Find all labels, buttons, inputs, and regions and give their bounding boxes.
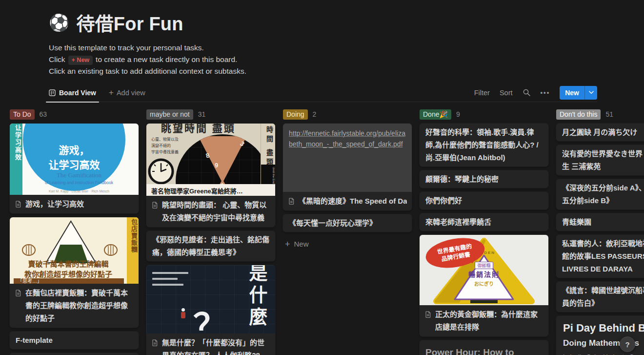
page-description: Use this template to track your personal… — [49, 42, 597, 77]
column-header[interactable]: Done🎉 9 — [420, 109, 548, 120]
plus-icon: + — [285, 241, 290, 248]
task-card[interactable]: 《深夜的五分前side A》、《深夜的五分前side B》 — [556, 179, 644, 209]
card-title: 正太的黃金御飯糰：為什麼這家店總是在排隊 — [435, 308, 543, 334]
task-card[interactable]: 來韓老師這裡學饒舌 — [420, 213, 548, 231]
column-header[interactable]: Doing 2 — [283, 109, 412, 120]
board-column-dont-do-this: Don't do this 51 月之圓缺 月の満ち欠け 沒有愛的世界愛なき世界… — [556, 109, 644, 355]
page-icon — [151, 201, 159, 209]
card-title: 在麵包店裡賣飯糰：賣破千萬本書的王牌編輯教你創造超乎想像的好點子 — [25, 287, 134, 325]
description-line-1: Use this template to track your personal… — [49, 42, 597, 53]
task-card[interactable]: 《邪惡的見證者：走出過往、銘記傷痛，德國的轉型正義思考》 — [146, 231, 275, 261]
board-column-maybe-or-not: maybe or not 31 眺望時間 盡頭 心靈、物質以及 演變不絕的 宇宙… — [146, 109, 275, 355]
column-status-badge[interactable]: To Do — [10, 109, 35, 120]
task-card[interactable]: 你們你們好 — [420, 192, 548, 209]
page-icon — [15, 200, 22, 208]
column-count: 31 — [198, 110, 206, 118]
book-cover-nothingness: 是什麼 ？ — [146, 265, 275, 334]
bookmark-url[interactable]: http://fennetic.fairlystable.org/pub/eli… — [289, 128, 406, 149]
onigiri-illustration — [43, 219, 98, 264]
figure-silhouette — [181, 308, 185, 319]
task-card[interactable]: 私運書的人：敘利亞戰地祕密圖書館的故事LES PASSEURS DE LIVRE… — [556, 235, 644, 278]
chevron-down-icon[interactable] — [585, 86, 597, 100]
new-chip: + New — [68, 56, 93, 65]
bread-icon — [103, 244, 118, 256]
task-card[interactable]: 月之圓缺 月の満ち欠け — [556, 124, 644, 141]
soccer-ball-icon: ⚽ — [49, 12, 69, 33]
column-count: 9 — [456, 110, 460, 118]
page-header: ⚽ 待借For Fun Use this template to track y… — [0, 0, 644, 77]
column-count: 51 — [605, 110, 613, 118]
kanban-board: To Do 63 让学习高效 游戏， 让学习高效 The Gamificatio… — [0, 102, 644, 355]
task-card[interactable]: F-template — [10, 332, 139, 349]
book-cover-hourglass: 眺望時間 盡頭 心靈、物質以及 演變不絕的 宇宙中尋找意義 3 8 9 7 4 … — [146, 124, 275, 196]
sort-button[interactable]: Sort — [500, 89, 513, 97]
column-status-badge[interactable]: Don't do this — [556, 109, 601, 120]
book-cover-golden-onigiri: GOLDEN 御飯糰 暢銷法則 おにぎり 世界最有趣的 品牌行銷書 — [420, 235, 548, 305]
card-title: 《黑暗的速度》The Speed of Dark — [299, 195, 407, 208]
page-icon — [288, 197, 295, 205]
task-card[interactable]: 賣破千萬本書的王牌編輯 教你創造超乎想像的好點子 「思考…」 包店賣飯糰 在麵包… — [10, 217, 139, 328]
task-card[interactable]: 《每天懂一点好玩心理学》 — [283, 214, 412, 232]
clock-illustration — [147, 158, 175, 185]
new-task-button[interactable]: New — [560, 86, 597, 100]
column-header[interactable]: maybe or not 31 — [146, 109, 275, 120]
task-card[interactable]: http://fennetic.fairlystable.org/pub/eli… — [283, 124, 412, 210]
tab-board-view[interactable]: Board View — [49, 84, 96, 102]
card-title: 無是什麼？「什麼都沒有」的世界真的存在嗎？ 人人伽利略28 — [162, 336, 270, 355]
task-card[interactable]: 眺望時間 盡頭 心靈、物質以及 演變不絕的 宇宙中尋找意義 3 8 9 7 4 … — [146, 124, 275, 227]
column-status-badge[interactable]: Doing — [283, 109, 308, 120]
task-card[interactable]: 顧爾德：琴鍵上的秘密 — [420, 170, 548, 188]
bookmark-title: Pi Day Behind Bars — [563, 322, 644, 334]
board-column-todo: To Do 63 让学习高效 游戏， 让学习高效 The Gamificatio… — [10, 109, 139, 355]
task-card[interactable]: GOLDEN 御飯糰 暢銷法則 おにぎり 世界最有趣的 品牌行銷書 正太的黃金御… — [420, 235, 548, 336]
add-view-button[interactable]: + Add view — [109, 89, 145, 97]
board-view-icon — [49, 89, 56, 96]
view-toolbar: Board View + Add view Filter Sort ••• Ne… — [49, 84, 597, 102]
column-header[interactable]: To Do 63 — [10, 109, 139, 120]
board-column-done: Done🎉 9 好聲音的科學：領袖.歌手.演員.律師,為什麼他們的聲音能感動人心… — [420, 109, 548, 355]
column-count: 2 — [313, 110, 317, 118]
description-line-3: Click an existing task to add additional… — [49, 65, 597, 77]
task-card[interactable]: 麥特·海格的《我們住在焦慮星球》 — [10, 353, 139, 355]
task-card[interactable]: 是什麼 ？ 無是什麼？「什麼都沒有」的世界真的存在嗎？ 人人伽利略28 — [146, 265, 275, 355]
search-button[interactable] — [523, 88, 531, 97]
bread-icon — [21, 244, 36, 256]
plus-icon: + — [109, 89, 114, 96]
description-line-2: Click+ Newto create a new task directly … — [49, 54, 597, 65]
card-title: 眺望時間的盡頭： 心靈、物質以及在演變不絕的宇宙中尋找意義 — [162, 199, 270, 224]
help-button[interactable]: ? — [620, 336, 635, 352]
column-status-badge[interactable]: Done🎉 — [420, 109, 451, 120]
add-card-button[interactable]: + New — [283, 236, 412, 252]
task-card[interactable]: 青蛙樂園 — [556, 213, 644, 231]
task-card[interactable]: Power Hour: How to Focus on Your Goals a… — [420, 340, 548, 355]
page-title: 待借For Fun — [76, 9, 183, 36]
bookmark-title[interactable]: Power Hour: How to Focus on Your Goals a… — [420, 340, 548, 355]
more-options-button[interactable]: ••• — [541, 89, 550, 96]
board-column-doing: Doing 2 http://fennetic.fairlystable.org… — [283, 109, 412, 355]
bookmark-authors: Luisella Caire,Umberto Cerruti, Gordon — [563, 352, 644, 355]
column-header[interactable]: Don't do this 51 — [556, 109, 644, 120]
book-cover-bread-onigiri: 賣破千萬本書的王牌編輯 教你創造超乎想像的好點子 「思考…」 包店賣飯糰 — [10, 217, 139, 284]
task-card[interactable]: 好聲音的科學：領袖.歌手.演員.律師,為什麼他們的聲音能感動人心? / 尚.亞畢… — [420, 124, 548, 167]
book-cover-gamification: 让学习高效 游戏， 让学习高效 The Gamification of Lear… — [10, 124, 139, 195]
page-icon — [424, 311, 432, 318]
card-title: 游戏，让学习高效 — [25, 198, 134, 210]
column-status-badge[interactable]: maybe or not — [146, 109, 193, 120]
search-icon — [523, 88, 531, 97]
page-icon — [15, 289, 22, 297]
column-count: 63 — [40, 110, 47, 118]
filter-button[interactable]: Filter — [474, 89, 490, 97]
page-icon — [151, 339, 159, 347]
task-card[interactable]: 让学习高效 游戏， 让学习高效 The Gamification of Lear… — [10, 124, 139, 213]
task-card[interactable]: 《謊言：韓國世越號沉船事件潛水員的告白》 — [556, 282, 644, 312]
task-card[interactable]: 沒有愛的世界愛なき世界 植物研究生 三浦紫苑 — [556, 145, 644, 175]
link-preview: http://fennetic.fairlystable.org/pub/eli… — [283, 124, 412, 192]
